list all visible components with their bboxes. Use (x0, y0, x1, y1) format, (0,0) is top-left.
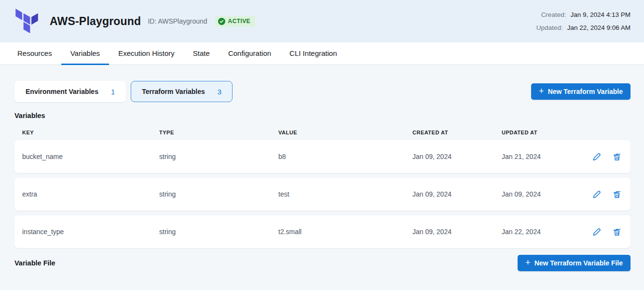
column-header-created-at: CREATED AT (412, 130, 502, 135)
delete-variable-button[interactable] (611, 226, 623, 237)
delete-variable-button[interactable] (611, 188, 623, 200)
page-title: AWS-Playground (50, 15, 141, 28)
tab-state[interactable]: State (184, 42, 219, 65)
created-date-line: Created:Jan 9, 2024 4:13 PM (536, 8, 630, 21)
plus-icon: + (525, 258, 531, 267)
row-actions (578, 188, 623, 200)
variable-type-subtabs: Environment Variables 1 Terraform Variab… (14, 81, 233, 102)
cell-updated-at: Jan 21, 2024 (502, 153, 578, 160)
cell-type: string (159, 190, 278, 198)
new-terraform-variable-button[interactable]: + New Terraform Variable (531, 83, 630, 100)
variables-section-title: Variables (14, 112, 630, 119)
updated-value: Jan 22, 2024 9:06 AM (567, 24, 630, 31)
environment-header: AWS-Playground ID: AWSPlayground ACTIVE … (0, 0, 644, 42)
new-terraform-variable-file-label: New Terraform Variable File (534, 259, 623, 267)
subtab-terraform-variables[interactable]: Terraform Variables 3 (131, 81, 233, 102)
updated-label: Updated: (536, 24, 563, 31)
trash-icon (612, 226, 622, 237)
trash-icon (612, 151, 622, 162)
status-badge-label: ACTIVE (228, 18, 250, 25)
check-circle-icon (218, 18, 225, 25)
created-value: Jan 9, 2024 4:13 PM (570, 11, 630, 18)
tab-execution-history[interactable]: Execution History (109, 42, 184, 65)
cell-created-at: Jan 09, 2024 (412, 153, 502, 160)
cell-value: t2.small (278, 228, 412, 236)
edit-variable-button[interactable] (591, 226, 603, 237)
subtab-environment-variables-count: 1 (111, 88, 115, 96)
table-row-extra: extra string test Jan 09, 2024 Jan 09, 2… (14, 178, 630, 211)
tab-cli-integration[interactable]: CLI Integration (280, 42, 346, 65)
cell-value: b8 (278, 153, 412, 160)
terraform-logo-icon (15, 9, 39, 34)
cell-type: string (159, 228, 278, 236)
cell-key: bucket_name (22, 153, 159, 160)
column-header-updated-at: UPDATED AT (502, 130, 578, 135)
table-row-instance-type: instance_type string t2.small Jan 09, 20… (14, 215, 630, 248)
variable-file-section: Variable File + New Terraform Variable F… (14, 255, 630, 271)
delete-variable-button[interactable] (611, 151, 623, 162)
tab-resources[interactable]: Resources (8, 42, 61, 65)
pencil-icon (591, 226, 602, 237)
pencil-icon (591, 151, 602, 162)
column-header-key: KEY (22, 130, 159, 135)
variables-table-header: KEY TYPE VALUE CREATED AT UPDATED AT (14, 130, 630, 135)
variables-toolbar: Environment Variables 1 Terraform Variab… (14, 81, 630, 102)
tab-variables[interactable]: Variables (61, 42, 109, 65)
cell-updated-at: Jan 22, 2024 (502, 228, 578, 236)
row-actions (578, 226, 623, 237)
plus-icon: + (539, 87, 544, 95)
new-terraform-variable-file-button[interactable]: + New Terraform Variable File (518, 255, 630, 271)
tab-bar: Resources Variables Execution History St… (0, 42, 644, 65)
cell-type: string (159, 153, 278, 160)
tab-configuration[interactable]: Configuration (219, 42, 280, 65)
cell-updated-at: Jan 09, 2024 (502, 190, 578, 198)
trash-icon (612, 189, 622, 199)
cell-key: extra (22, 190, 159, 198)
header-dates: Created:Jan 9, 2024 4:13 PM Updated:Jan … (536, 8, 630, 34)
edit-variable-button[interactable] (591, 151, 603, 162)
subtab-environment-variables[interactable]: Environment Variables 1 (14, 81, 126, 102)
variable-file-title: Variable File (14, 259, 55, 267)
column-header-value: VALUE (278, 130, 412, 135)
table-row-bucket-name: bucket_name string b8 Jan 09, 2024 Jan 2… (14, 140, 630, 173)
subtab-environment-variables-label: Environment Variables (26, 88, 98, 95)
created-label: Created: (541, 11, 566, 18)
subtab-terraform-variables-count: 3 (218, 88, 221, 96)
row-actions (578, 151, 623, 162)
cell-key: instance_type (22, 228, 159, 236)
environment-id: ID: AWSPlayground (148, 17, 207, 25)
cell-created-at: Jan 09, 2024 (412, 228, 502, 236)
cell-created-at: Jan 09, 2024 (412, 190, 502, 198)
cell-value: test (278, 190, 412, 198)
status-badge: ACTIVE (215, 16, 255, 27)
subtab-terraform-variables-label: Terraform Variables (142, 88, 205, 95)
pencil-icon (591, 189, 602, 199)
updated-date-line: Updated:Jan 22, 2024 9:06 AM (536, 21, 630, 34)
variables-content: Environment Variables 1 Terraform Variab… (0, 65, 644, 271)
edit-variable-button[interactable] (591, 188, 603, 200)
new-terraform-variable-label: New Terraform Variable (548, 88, 623, 95)
column-header-type: TYPE (159, 130, 278, 135)
